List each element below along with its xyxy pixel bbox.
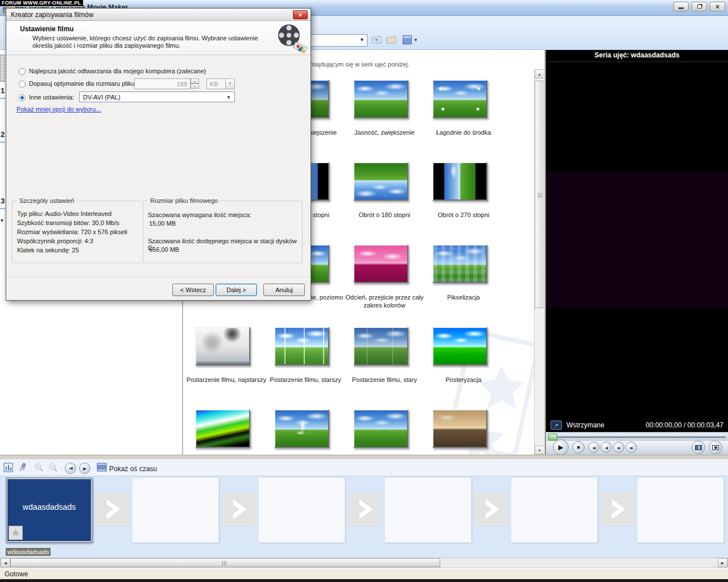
seek-bar[interactable]	[546, 432, 728, 441]
chevron-down-icon[interactable]: ▾	[1, 217, 3, 223]
dialog-close-button[interactable]: ×	[293, 10, 308, 19]
file-size-input[interactable]: 188	[134, 78, 191, 89]
dialog-titlebar[interactable]: Kreator zapisywania filmów ×	[6, 9, 311, 21]
seek-thumb[interactable]	[548, 434, 557, 440]
effect-item[interactable]	[341, 409, 420, 455]
show-fewer-options-link[interactable]: Pokaż mniej opcji do wyboru...	[16, 106, 101, 113]
effect-preview-image	[433, 81, 486, 117]
stop-button[interactable]: ■	[572, 441, 585, 454]
show-timeline-button[interactable]: Pokaż oś czasu	[109, 465, 157, 473]
next-frame-button[interactable]: ▶|	[626, 442, 637, 453]
scrollbar-thumb[interactable]	[10, 558, 440, 567]
storyboard-clip-empty[interactable]	[384, 477, 471, 543]
effect-item[interactable]	[262, 409, 341, 455]
zoom-in-button[interactable]	[34, 463, 44, 475]
clip-filename-label[interactable]: wdaasdadsads	[6, 548, 51, 556]
detail-file-type: Typ pliku: Audio-Video Interleaved	[17, 210, 111, 217]
close-button[interactable]: ×	[710, 2, 725, 11]
effect-thumbnail[interactable]	[195, 327, 250, 365]
previous-frame-button[interactable]: |◀	[588, 442, 599, 453]
rewind-storyboard-button[interactable]: |◀	[65, 463, 76, 474]
transition-cell[interactable]	[223, 493, 255, 525]
effect-item[interactable]: Obrót o 270 stopni	[420, 162, 499, 244]
scroll-right-arrow[interactable]: ▶	[718, 558, 727, 567]
transition-cell[interactable]	[475, 493, 507, 525]
effect-thumbnail[interactable]	[353, 162, 408, 201]
effect-star-badge[interactable]: ★	[9, 526, 23, 540]
take-picture-button[interactable]	[709, 440, 722, 454]
next-button[interactable]: Dalej >	[216, 284, 257, 296]
effects-scrollbar[interactable]: ▲ ▼	[534, 69, 544, 455]
radio-best-quality-label[interactable]: Najlepsza jakość odtwarzania dla mojego …	[29, 68, 206, 74]
spin-down-icon[interactable]: ▼	[191, 84, 199, 89]
step-forward-button[interactable]: |▶	[613, 442, 624, 453]
effect-thumbnail[interactable]	[432, 409, 487, 448]
split-clip-button[interactable]	[692, 440, 705, 454]
effect-thumbnail[interactable]	[432, 80, 487, 118]
transition-cell[interactable]	[602, 493, 634, 525]
storyboard-clip-empty[interactable]	[258, 477, 345, 543]
chevron-down-icon[interactable]: ▼	[225, 79, 234, 89]
storyboard-horizontal-scrollbar[interactable]: ◀ ▶	[0, 558, 728, 568]
cancel-button[interactable]: Anuluj	[263, 284, 305, 296]
task-pane-scrollbar[interactable]	[0, 55, 5, 82]
radio-other-settings[interactable]	[19, 94, 26, 101]
play-storyboard-button[interactable]: ▶	[79, 463, 90, 474]
pane-splitter[interactable]	[0, 455, 728, 459]
effect-thumbnail[interactable]	[353, 244, 408, 283]
minimize-button[interactable]	[673, 2, 689, 11]
effect-thumbnail[interactable]	[274, 327, 329, 365]
restore-button[interactable]	[692, 2, 707, 11]
effect-thumbnail[interactable]	[353, 327, 408, 365]
scroll-down-arrow[interactable]: ▼	[535, 446, 544, 455]
back-button[interactable]: < Wstecz	[172, 284, 214, 296]
file-size-unit-dropdown[interactable]: KB ▼	[206, 78, 235, 89]
effect-item[interactable]: Pikselizacja	[420, 244, 499, 327]
effect-item[interactable]: Posteryzacja	[420, 327, 499, 409]
storyboard-clip-selected[interactable]: wdaasdadsads ★	[6, 477, 93, 543]
step-back-button[interactable]: ◀|	[601, 442, 612, 453]
effect-item[interactable]: Postarzenie filmu, stary	[341, 327, 420, 409]
effect-thumbnail[interactable]	[274, 409, 329, 448]
effect-thumbnail[interactable]	[432, 327, 487, 365]
radio-fit-file-size[interactable]	[19, 81, 26, 88]
scroll-left-arrow[interactable]: ◀	[1, 558, 10, 567]
scrollbar-thumb[interactable]	[535, 81, 544, 308]
effect-thumbnail[interactable]	[195, 409, 250, 448]
storyboard-clip-empty[interactable]	[511, 477, 598, 543]
play-button[interactable]: ▶	[553, 439, 569, 455]
detail-aspect-ratio: Współczynnik proporcji: 4:3	[17, 238, 93, 244]
monitor-separator	[546, 61, 728, 62]
effect-item[interactable]: Postarzenie filmu, starszy	[262, 327, 341, 409]
effect-thumbnail[interactable]	[432, 244, 487, 283]
movie-file-size-legend: Rozmiar pliku filmowego	[148, 197, 220, 204]
views-button[interactable]: ▼	[402, 34, 421, 46]
narrate-timeline-microphone-button[interactable]	[17, 463, 27, 475]
storyboard-clip-empty[interactable]	[132, 477, 219, 543]
effect-item[interactable]	[183, 409, 262, 455]
spin-up-icon[interactable]: ▲	[191, 78, 199, 84]
effect-item[interactable]	[420, 409, 499, 455]
up-one-level-button[interactable]	[371, 34, 383, 45]
effect-item[interactable]: Łagodnie do środka	[420, 80, 499, 162]
effect-thumbnail[interactable]	[353, 409, 408, 448]
set-audio-levels-button[interactable]	[3, 463, 13, 475]
transition-cell[interactable]	[349, 493, 381, 525]
other-settings-dropdown[interactable]: DV-AVI (PAL) ▼	[79, 92, 235, 102]
undock-monitor-icon[interactable]: ↗	[551, 421, 562, 430]
storyboard-clip-empty[interactable]	[637, 477, 724, 543]
scroll-up-arrow[interactable]: ▲	[535, 69, 544, 78]
effect-item[interactable]: Odcień, przejście przez cały zakres kolo…	[341, 244, 420, 327]
zoom-out-button[interactable]	[48, 463, 58, 475]
file-size-spinner[interactable]: ▲ ▼	[191, 78, 199, 89]
effect-item[interactable]: Jasność, zwiększenie	[341, 80, 420, 162]
radio-best-quality[interactable]	[19, 68, 26, 75]
effect-thumbnail[interactable]	[353, 80, 408, 118]
effect-item[interactable]: Obrót o 180 stopni	[341, 162, 420, 244]
effect-item[interactable]: Postarzenie filmu, najstarszy	[183, 327, 262, 409]
transition-cell[interactable]	[97, 493, 129, 525]
new-collection-folder-button[interactable]	[386, 34, 398, 45]
radio-fit-file-size-label[interactable]: Dopasuj optymalnie dla rozmiaru pliku:	[29, 80, 136, 87]
effect-thumbnail[interactable]	[432, 162, 487, 201]
radio-other-settings-label[interactable]: Inne ustawienia:	[29, 94, 75, 101]
